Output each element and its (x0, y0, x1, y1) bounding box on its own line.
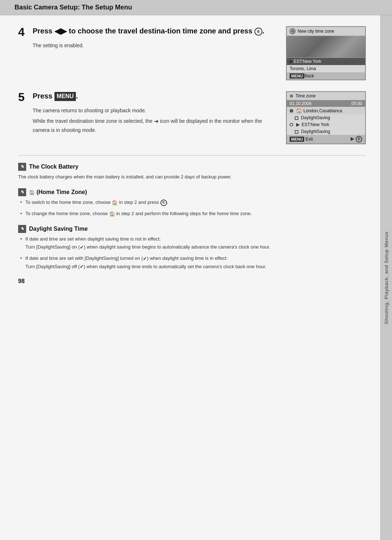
page-number: 98 (18, 278, 366, 285)
screen2-date: 01.10.2006 (290, 101, 311, 106)
menu-label-3: MENU (290, 137, 304, 142)
est-arrow-icon: ▶ (296, 122, 299, 127)
step4-section: 4 Press ◀▶ to choose the travel destina-… (18, 26, 366, 80)
screen1-header: ⊕ New city time zone (287, 27, 365, 36)
note-home-list: To switch to the home time zone, choose … (25, 198, 366, 218)
menu-label-1: MENU (290, 73, 304, 78)
step5-title-text: Press MENU. (33, 92, 78, 100)
note-daylight-item1: If date and time are set when daylight s… (25, 235, 366, 251)
note-home-body: To switch to the home time zone, choose … (18, 198, 366, 218)
screen2-footer-left: MENU Exit (290, 137, 313, 142)
screen1-row1: ▶ EST:New York (287, 58, 365, 65)
note-daylight-body: If date and time are set when daylight s… (18, 235, 366, 271)
screen1-footer-label: Back (304, 73, 314, 78)
screen2-sub1: DaylightSaving (287, 114, 365, 121)
divider (18, 155, 366, 156)
ok-icon-3: ® (160, 200, 167, 206)
step4-title: Press ◀▶ to choose the travel destina-ti… (33, 26, 264, 37)
step5-section: 5 Press MENU. The camera returns to shoo… (18, 91, 366, 144)
note-icon-2: ✎ (18, 188, 26, 196)
note-daylight-list: If date and time are set when daylight s… (25, 235, 366, 271)
ok-icon-2: ® (356, 136, 362, 142)
screen2-time-row: 01.10.2006 05:00 (287, 100, 365, 107)
plus-icon-2: ⊕ (290, 93, 293, 98)
step5-title: Press MENU. (33, 91, 78, 101)
screen1-row2: Toronto, Lima (287, 65, 365, 72)
top-bar: Basic Camera Setup: The Setup Menu (0, 0, 392, 15)
screen2-zone2-label: EST:New York (302, 122, 329, 127)
screen1-footer: MENU Back (287, 72, 365, 80)
note-home-tz: ✎ 🏠 (Home Time Zone) To switch to the ho… (18, 188, 366, 218)
step4-screen: ⊕ New city time zone ▶ EST:New York Toro… (286, 26, 366, 80)
note-icon-3: ✎ (18, 225, 26, 233)
home-icon: 🏠 (296, 108, 302, 113)
map-thumbnail (287, 36, 365, 58)
screen2-clock: 05:00 (351, 101, 362, 106)
step5-number: 5 (18, 91, 28, 103)
screen2-header-label: Time zone (295, 93, 316, 98)
menu-label-2: MENU (54, 92, 76, 101)
step4-desc: The setting is enabled. (33, 41, 275, 49)
screen2-sub1-label: DaylightSaving (301, 115, 330, 120)
screen1-row1-label: EST:New York (294, 59, 321, 64)
screen2-sub2-label: DaylightSaving (301, 129, 330, 134)
radio-empty-icon (290, 123, 293, 126)
arrow-right-icon: ➜ (154, 117, 159, 126)
note-clock-header: ✎ The Clock Battery (18, 163, 366, 171)
arrow-icon: ▶ (290, 59, 293, 64)
note-clock-title: The Clock Battery (29, 164, 78, 170)
radio-filled-icon (290, 109, 293, 113)
checkmark-1: ✔ (80, 243, 84, 251)
screen2-zone1-label: London,Casablanca (303, 108, 342, 113)
checkmark-2: ✔ (143, 255, 147, 263)
note-daylight-title: Daylight Saving Time (29, 226, 88, 232)
screen2-sub2: DaylightSaving (287, 128, 365, 135)
screen2-zone1: 🏠 London,Casablanca (287, 107, 365, 114)
note-home-title: 🏠 (Home Time Zone) (29, 189, 87, 196)
arrow-right-2: ▶ (351, 136, 354, 141)
note-daylight: ✎ Daylight Saving Time If date and time … (18, 225, 366, 271)
note-clock-body: The clock battery charges when the main … (18, 173, 366, 181)
camera-screen-2: ⊕ Time zone 01.10.2006 05:00 🏠 London,Ca… (286, 91, 366, 144)
step4-left: 4 Press ◀▶ to choose the travel destina-… (18, 26, 275, 80)
page-title: Basic Camera Setup: The Setup Menu (15, 4, 132, 11)
screen2-exit-label: Exit (306, 137, 313, 142)
step4-title-text: Press ◀▶ to choose the travel destina-ti… (33, 27, 264, 35)
step5-desc2: While the travel destination time zone i… (33, 117, 275, 134)
main-content: 4 Press ◀▶ to choose the travel destina-… (0, 15, 392, 540)
screen1-row2-label: Toronto, Lima (290, 66, 316, 71)
note-home-item2: To change the home time zone, choose 🏠 i… (25, 210, 366, 218)
camera-screen-1: ⊕ New city time zone ▶ EST:New York Toro… (286, 26, 366, 80)
plus-icon: ⊕ (290, 28, 295, 34)
note-clock-battery: ✎ The Clock Battery The clock battery ch… (18, 163, 366, 181)
home-icon-2: 🏠 (29, 190, 35, 195)
checkmark-3: ✔ (80, 263, 84, 271)
step4-number: 4 (18, 26, 28, 38)
step4-header: 4 Press ◀▶ to choose the travel destina-… (18, 26, 275, 38)
screen1-header-label: New city time zone (298, 29, 334, 34)
step5-left: 5 Press MENU. The camera returns to shoo… (18, 91, 275, 144)
note-home-item1: To switch to the home time zone, choose … (25, 198, 366, 207)
screen2-footer-right: ▶ ® (351, 136, 362, 142)
note-home-header: ✎ 🏠 (Home Time Zone) (18, 188, 366, 196)
home-icon-4: 🏠 (109, 211, 115, 216)
step5-header: 5 Press MENU. (18, 91, 275, 103)
screen2-zone2: ▶ EST:New York (287, 121, 365, 128)
checkbox-icon-2 (295, 130, 298, 134)
side-tab: Shooting, Playback, and Setup Menus (380, 15, 392, 540)
home-icon-3: 🏠 (112, 200, 118, 205)
notes-section: ✎ The Clock Battery The clock battery ch… (18, 163, 366, 271)
content-area: 4 Press ◀▶ to choose the travel destina-… (0, 15, 380, 540)
screen2-footer: MENU Exit ▶ ® (287, 135, 365, 144)
screen2-header: ⊕ Time zone (287, 92, 365, 100)
checkbox-icon-1 (295, 116, 298, 120)
ok-icon: ® (254, 28, 262, 36)
note-icon-1: ✎ (18, 163, 26, 171)
step5-desc: The camera returns to shooting or playba… (33, 106, 275, 134)
note-daylight-item2: If date and time are set with [DaylightS… (25, 254, 366, 271)
note-daylight-header: ✎ Daylight Saving Time (18, 225, 366, 233)
step5-screen: ⊕ Time zone 01.10.2006 05:00 🏠 London,Ca… (286, 91, 366, 144)
